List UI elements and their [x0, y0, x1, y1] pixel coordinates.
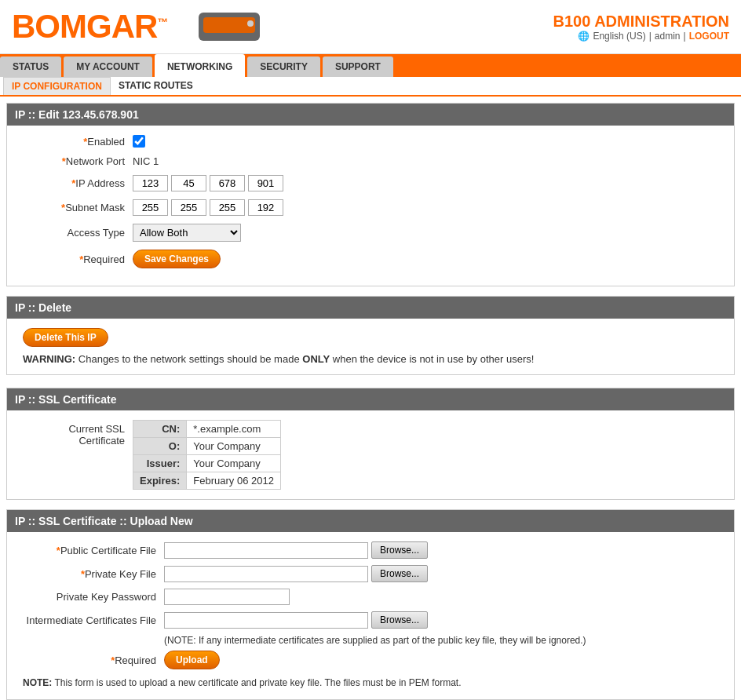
subnet-octet-1[interactable] — [133, 199, 168, 216]
ssl-upload-section: IP :: SSL Certificate :: Upload New *Pub… — [6, 509, 735, 700]
delete-ip-button[interactable]: Delete This IP — [23, 328, 108, 347]
required-row: *Required Save Changes — [23, 250, 718, 268]
subnet-octet-4[interactable] — [248, 199, 283, 216]
subnet-octet-3[interactable] — [210, 199, 245, 216]
subnet-mask-row: *Subnet Mask — [23, 199, 718, 216]
ip-address-label: *IP Address — [23, 177, 133, 189]
admin-sub: 🌐 English (US) | admin | LOGOUT — [553, 31, 729, 42]
logout-link[interactable]: LOGOUT — [689, 31, 729, 42]
ip-edit-header: IP :: Edit 123.45.678.901 — [7, 104, 734, 126]
note-bold: NOTE: — [23, 677, 52, 688]
ip-delete-body: Delete This IP WARNING: Changes to the n… — [7, 319, 734, 374]
access-type-row: Access Type Allow Both Allow HTTP Only A… — [23, 224, 718, 242]
private-key-row: *Private Key File Browse... — [23, 565, 718, 582]
header-right: B100 ADMINISTRATION 🌐 English (US) | adm… — [553, 13, 729, 42]
warning-text: WARNING: Changes to the network settings… — [23, 353, 718, 365]
network-port-label: *Network Port — [23, 155, 133, 167]
globe-icon: 🌐 — [578, 31, 590, 42]
access-type-select[interactable]: Allow Both Allow HTTP Only Allow HTTPS O… — [133, 224, 241, 242]
warning-bold: WARNING: — [23, 353, 75, 365]
user: admin — [655, 31, 681, 42]
nav-tabs: STATUS MY ACCOUNT NETWORKING SECURITY SU… — [0, 54, 741, 77]
ssl-upload-body: *Public Certificate File Browse... *Priv… — [7, 532, 734, 699]
tab-security[interactable]: SECURITY — [247, 57, 320, 77]
enabled-checkbox[interactable] — [133, 135, 145, 148]
note-text: This form is used to upload a new certif… — [54, 677, 461, 688]
ssl-cert-header: IP :: SSL Certificate — [7, 388, 734, 410]
ip-inputs — [133, 175, 283, 191]
warning-text-part1: Changes to the network settings should b… — [78, 353, 302, 365]
warning-only: ONLY — [302, 353, 330, 365]
separator: | — [649, 31, 652, 42]
subnet-octet-2[interactable] — [171, 199, 206, 216]
current-cert-row: Current SSL Certificate CN: *.example.co… — [23, 420, 718, 490]
page-header: BOMGAR™ B100 ADMINISTRATION 🌐 English (U… — [0, 0, 741, 54]
tab-support[interactable]: SUPPORT — [323, 57, 393, 77]
cert-row-o: O: Your Company — [133, 438, 281, 455]
cert-issuer-label: Issuer: — [133, 455, 187, 472]
public-cert-label: *Public Certificate File — [23, 545, 164, 556]
enabled-label: *Enabled — [23, 136, 133, 148]
private-key-password-label: Private Key Password — [23, 591, 164, 603]
logo-tm: ™ — [157, 16, 167, 28]
public-cert-browse[interactable]: Browse... — [371, 541, 428, 559]
ssl-cert-body: Current SSL Certificate CN: *.example.co… — [7, 410, 734, 499]
public-cert-row: *Public Certificate File Browse... — [23, 541, 718, 559]
network-port-row: *Network Port NIC 1 — [23, 155, 718, 167]
save-changes-button[interactable]: Save Changes — [133, 250, 221, 268]
ip-edit-form: *Enabled *Network Port NIC 1 *IP Address — [7, 126, 734, 286]
private-key-password-row: Private Key Password — [23, 589, 718, 605]
sub-tab-static-routes[interactable]: STATIC ROUTES — [111, 77, 201, 95]
sub-nav: IP CONFIGURATION STATIC ROUTES — [0, 77, 741, 97]
tab-myaccount[interactable]: MY ACCOUNT — [64, 57, 152, 77]
cert-row-issuer: Issuer: Your Company — [133, 455, 281, 472]
cert-row-expires: Expires: February 06 2012 — [133, 472, 281, 490]
admin-title: B100 ADMINISTRATION — [553, 13, 729, 31]
enabled-row: *Enabled — [23, 135, 718, 148]
ip-octet-3[interactable] — [210, 175, 245, 191]
cert-cn-label: CN: — [133, 421, 187, 438]
public-cert-input[interactable] — [164, 542, 368, 559]
private-key-password-input[interactable] — [164, 589, 290, 605]
ip-octet-1[interactable] — [133, 175, 168, 191]
cert-cn-value: *.example.com — [187, 421, 281, 438]
private-key-label: *Private Key File — [23, 568, 164, 580]
cert-o-value: Your Company — [187, 438, 281, 455]
pipe: | — [684, 31, 686, 42]
access-type-label: Access Type — [23, 227, 133, 239]
private-key-browse[interactable]: Browse... — [371, 565, 428, 582]
ssl-cert-section: IP :: SSL Certificate Current SSL Certif… — [6, 388, 735, 500]
private-key-input[interactable] — [164, 566, 368, 582]
intermediate-cert-row: Intermediate Certificates File Browse... — [23, 611, 718, 629]
warning-text-part2: when the device is not in use by other u… — [333, 353, 535, 365]
ip-edit-section: IP :: Edit 123.45.678.901 *Enabled *Netw… — [6, 103, 735, 286]
cert-row-cn: CN: *.example.com — [133, 421, 281, 438]
upload-button[interactable]: Upload — [164, 651, 220, 669]
tab-networking[interactable]: NETWORKING — [155, 54, 245, 77]
intermediate-cert-input[interactable] — [164, 612, 368, 629]
current-cert-label: Current SSL Certificate — [23, 420, 133, 447]
required-label: *Required — [23, 253, 133, 265]
logo: BOMGAR™ — [12, 8, 167, 46]
intermediate-cert-label: Intermediate Certificates File — [23, 614, 164, 626]
intermediate-note: (NOTE: If any intermediate certificates … — [164, 635, 718, 646]
ip-address-row: *IP Address — [23, 175, 718, 191]
sub-tab-ip-configuration[interactable]: IP CONFIGURATION — [3, 77, 111, 95]
cert-o-label: O: — [133, 438, 187, 455]
intermediate-cert-browse[interactable]: Browse... — [371, 611, 428, 629]
cert-issuer-value: Your Company — [187, 455, 281, 472]
ssl-upload-header: IP :: SSL Certificate :: Upload New — [7, 510, 734, 532]
upload-note-bottom: NOTE: This form is used to upload a new … — [23, 676, 718, 690]
upload-required-label: *Required — [23, 654, 164, 666]
cert-expires-value: February 06 2012 — [187, 472, 281, 490]
tab-status[interactable]: STATUS — [0, 57, 61, 77]
ip-octet-4[interactable] — [248, 175, 283, 191]
language: English (US) — [593, 31, 645, 42]
subnet-mask-label: *Subnet Mask — [23, 202, 133, 213]
device-icon — [199, 11, 261, 42]
upload-required-row: *Required Upload — [23, 651, 718, 669]
ip-octet-2[interactable] — [171, 175, 206, 191]
ip-delete-section: IP :: Delete Delete This IP WARNING: Cha… — [6, 296, 735, 375]
subnet-inputs — [133, 199, 283, 216]
cert-expires-label: Expires: — [133, 472, 187, 490]
